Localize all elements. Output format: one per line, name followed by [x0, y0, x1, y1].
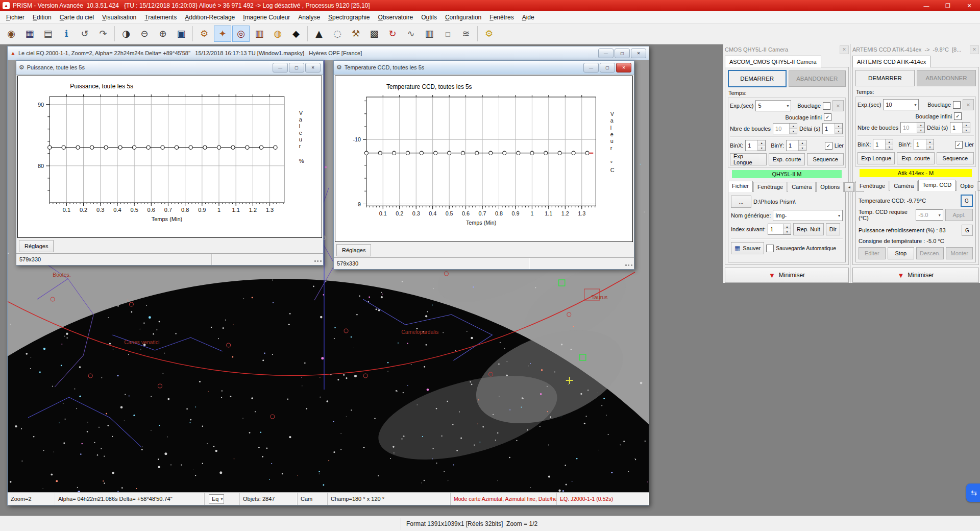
- descendre-button[interactable]: Descen.: [916, 247, 944, 259]
- calib-icon[interactable]: ▩: [365, 26, 383, 42]
- reglages-button[interactable]: Réglages: [19, 240, 54, 252]
- cancel-loop-icon[interactable]: ✕: [832, 100, 844, 111]
- undo-icon[interactable]: ↺: [76, 26, 93, 42]
- temperature-titlebar[interactable]: ⚙ Temperature CCD, toutes les 5s — ▢ ✕: [334, 61, 634, 75]
- exp-select[interactable]: 5▾: [755, 100, 791, 111]
- puissance-titlebar[interactable]: ⚙ Puissance, toute les 5s — ▢ ✕: [16, 61, 323, 75]
- bouclage-infini-checkbox[interactable]: ✓: [824, 113, 831, 121]
- atik-minimiser-button[interactable]: ▼ Minimiser: [852, 268, 979, 283]
- biny-stepper[interactable]: 1 ▲▼: [786, 140, 806, 151]
- temp-requise-select[interactable]: -5.0▾: [916, 209, 943, 221]
- exp-select[interactable]: 10▾: [883, 99, 919, 110]
- puissance-close-icon[interactable]: ✕: [305, 63, 321, 73]
- sequence-button[interactable]: Sequence: [807, 153, 844, 165]
- monter-button[interactable]: Monter: [946, 247, 973, 259]
- menu-item-spectrographie[interactable]: Spectrographie: [324, 12, 374, 22]
- lens-icon[interactable]: ◍: [269, 26, 286, 42]
- biny-stepper[interactable]: 1 ▲▼: [914, 139, 934, 150]
- delai-stepper[interactable]: 1 ▲▼: [950, 122, 970, 133]
- menu-item-traitements[interactable]: Traitements: [140, 12, 181, 22]
- puissance-minimize-icon[interactable]: —: [273, 63, 288, 73]
- nbre-boucles-stepper[interactable]: 10 ▲▼: [773, 123, 797, 134]
- appl-button[interactable]: Appl.: [945, 209, 973, 221]
- eq-select[interactable]: Eq▾: [209, 494, 224, 504]
- atik-tab[interactable]: ARTEMIS CCD ATIK-414ex: [852, 56, 930, 67]
- minimize-icon[interactable]: —: [916, 0, 937, 11]
- temperature-minimize-icon[interactable]: —: [583, 63, 599, 73]
- sky-window-titlebar[interactable]: ▲ Le ciel EQ.2000-1-1, Zoom=2, Alpha= 22…: [8, 46, 649, 60]
- resize-grip[interactable]: [314, 257, 322, 262]
- automation-icon[interactable]: ⚙: [480, 26, 498, 42]
- binx-stepper[interactable]: 1 ▲▼: [745, 140, 766, 151]
- tab-scroll-left-icon[interactable]: ◄: [844, 182, 854, 192]
- info-icon[interactable]: ℹ: [58, 26, 75, 42]
- autosave-checkbox[interactable]: [766, 245, 774, 252]
- close-icon[interactable]: ✕: [840, 45, 849, 54]
- menu-item-visualisation[interactable]: Visualisation: [98, 12, 140, 22]
- browse-button[interactable]: ...: [731, 196, 751, 208]
- tab-scroll-left-icon[interactable]: ◄: [978, 181, 980, 191]
- globe-icon[interactable]: ◌: [329, 26, 346, 42]
- hand-gear-icon[interactable]: ⚙: [195, 26, 213, 42]
- save-icon[interactable]: ▦: [21, 26, 38, 42]
- puissance-restore-icon[interactable]: ▢: [289, 63, 304, 73]
- exp-courte-button[interactable]: Exp. courte: [769, 153, 805, 165]
- open-image-icon[interactable]: ◉: [3, 26, 20, 42]
- menu-item-edition[interactable]: Edition: [29, 12, 56, 22]
- tab-fen-trage[interactable]: Fenêtrage: [753, 182, 787, 192]
- bouclage-infini-checkbox[interactable]: ✓: [954, 112, 962, 120]
- profile-icon[interactable]: ≋: [457, 26, 475, 42]
- zoom-out-icon[interactable]: ⊖: [136, 26, 153, 42]
- menu-item-imagerie-couleur[interactable]: Imagerie Couleur: [239, 12, 294, 22]
- gray-frame-icon[interactable]: ▫: [439, 26, 456, 42]
- resize-grip[interactable]: [625, 261, 632, 266]
- tab-cam-ra[interactable]: Caméra: [890, 181, 918, 191]
- image-view-icon[interactable]: ▣: [173, 26, 190, 42]
- sauver-button[interactable]: ▦ Sauver: [731, 242, 764, 254]
- restore-icon[interactable]: ❐: [937, 0, 959, 11]
- menu-item-configuration[interactable]: Configuration: [441, 12, 485, 22]
- menu-item-carte-du-ciel[interactable]: Carte du ciel: [56, 12, 98, 22]
- index-suivant-stepper[interactable]: 1 ▲▼: [768, 224, 791, 235]
- refresh-icon[interactable]: ↻: [384, 26, 401, 42]
- lier-checkbox[interactable]: ✓: [955, 141, 963, 149]
- dark-camera-icon[interactable]: ◆: [287, 26, 305, 42]
- lier-checkbox[interactable]: ✓: [825, 142, 832, 150]
- redo-icon[interactable]: ↷: [94, 26, 112, 42]
- camera-red-icon[interactable]: ▥: [251, 26, 268, 42]
- exp-longue-button[interactable]: Exp Longue: [857, 152, 895, 164]
- abandonner-button[interactable]: ABANDONNER: [917, 70, 976, 86]
- temperature-restore-icon[interactable]: ▢: [600, 63, 615, 73]
- close-icon[interactable]: ✕: [970, 45, 979, 54]
- temperature-close-icon[interactable]: ✕: [616, 63, 631, 73]
- curve-icon[interactable]: ∿: [402, 26, 420, 42]
- menu-item-analyse[interactable]: Analyse: [294, 12, 324, 22]
- cone-icon[interactable]: ▲: [310, 26, 328, 42]
- sky-minimize-icon[interactable]: —: [598, 49, 614, 58]
- graph-button[interactable]: G: [961, 195, 973, 207]
- sky-restore-icon[interactable]: ▢: [615, 49, 630, 58]
- bouclage-checkbox[interactable]: [953, 101, 961, 109]
- menu-item-observatoire[interactable]: Observatoire: [374, 12, 417, 22]
- tab-fichier[interactable]: Fichier: [728, 181, 753, 192]
- qhy-tab[interactable]: ASCOM_CMOS QHY5L-II Camera: [725, 56, 821, 67]
- editer-button[interactable]: Editer: [859, 247, 886, 259]
- tab-options[interactable]: Options: [816, 182, 844, 192]
- binx-stepper[interactable]: 1 ▲▼: [873, 139, 893, 150]
- exp-courte-button[interactable]: Exp. courte: [897, 152, 934, 164]
- camera-3-icon[interactable]: ◎: [232, 26, 250, 42]
- stop-button[interactable]: Stop: [888, 247, 915, 259]
- tab-cam-ra[interactable]: Caméra: [788, 182, 816, 192]
- qhy-minimiser-button[interactable]: ▼ Minimiser: [725, 268, 849, 283]
- cancel-loop-icon[interactable]: ✕: [963, 99, 974, 110]
- nbre-boucles-stepper[interactable]: 10 ▲▼: [900, 122, 925, 133]
- graph-button[interactable]: G: [962, 225, 973, 236]
- menu-item-fen-tres[interactable]: Fenêtres: [485, 12, 518, 22]
- bouclage-checkbox[interactable]: [823, 102, 830, 110]
- menu-item-aide[interactable]: Aide: [518, 12, 538, 22]
- histogram-icon[interactable]: ▥: [421, 26, 438, 42]
- demarrer-button[interactable]: DEMARRER: [728, 70, 787, 87]
- tools-icon[interactable]: ⚒: [347, 26, 364, 42]
- tab-optio[interactable]: Optio: [956, 181, 977, 191]
- sky-close-icon[interactable]: ✕: [631, 49, 646, 58]
